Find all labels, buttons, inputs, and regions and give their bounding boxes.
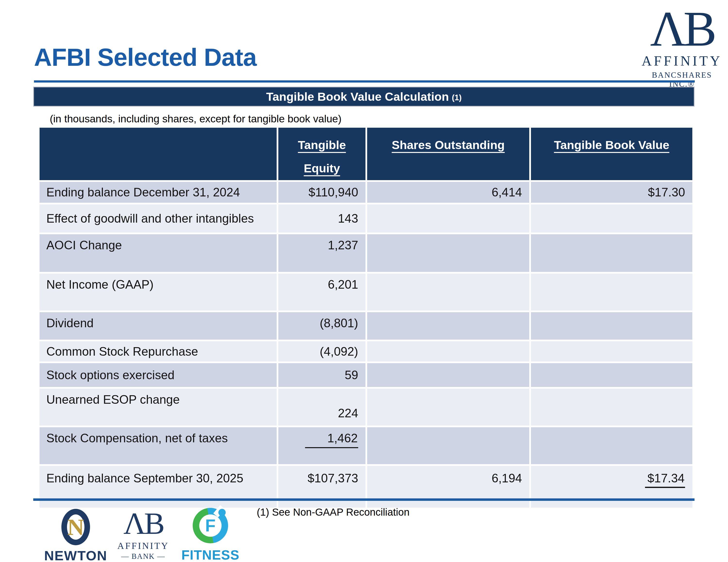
newton-oval-icon: N <box>61 509 90 545</box>
column-header-blank <box>40 128 277 180</box>
ab-monogram-icon: ΛB <box>114 508 172 539</box>
table-header-row: Tangible Equity Shares Outstanding Tangi… <box>40 128 692 180</box>
cell-shares-outstanding: 6,414 <box>367 182 529 203</box>
table-row: Ending balance September 30, 2025 $107,3… <box>40 466 692 508</box>
cell-tangible-equity: 1,237 <box>278 234 365 272</box>
table-row: Net Income (GAAP) 6,201 <box>40 273 692 311</box>
fitness-f-letter: F <box>193 508 228 543</box>
cell-tangible-book-value <box>531 204 692 232</box>
cell-tangible-equity: 1,462 <box>278 427 365 464</box>
row-label: Stock Compensation, net of taxes <box>40 427 277 464</box>
table-row: Common Stock Repurchase (4,092) <box>40 341 692 362</box>
row-label: Common Stock Repurchase <box>40 341 277 362</box>
newton-n-letter: N <box>61 509 90 545</box>
cell-tangible-equity: 59 <box>278 363 365 387</box>
banner-title: Tangible Book Value Calculation <box>266 90 449 103</box>
affinity-bank-logo: ΛB AFFINITY — BANK — <box>114 508 172 561</box>
cell-tangible-book-value <box>531 234 692 272</box>
cell-tangible-equity: $107,373 <box>278 466 365 508</box>
fitness-bank-name: FITNESS <box>180 547 241 562</box>
cell-tangible-book-value <box>531 312 692 340</box>
cell-tangible-equity: (8,801) <box>278 312 365 340</box>
table-row: Ending balance December 31, 2024 $110,94… <box>40 182 692 203</box>
row-label: Net Income (GAAP) <box>40 273 277 311</box>
fitness-bank-logo: F FITNESS BANK <box>180 508 241 562</box>
column-header-tangible-book-value: Tangible Book Value <box>531 128 692 180</box>
cell-tangible-book-value <box>531 427 692 464</box>
cell-shares-outstanding <box>367 389 529 426</box>
units-note: (in thousands, including shares, except … <box>50 113 341 125</box>
cell-shares-outstanding <box>367 204 529 232</box>
cell-tangible-equity: (4,092) <box>278 341 365 362</box>
banner-footnote-ref: (1) <box>452 93 462 102</box>
cell-shares-outstanding <box>367 427 529 464</box>
cell-shares-outstanding: 6,194 <box>367 466 529 508</box>
cell-tangible-equity: 224 <box>278 389 365 426</box>
row-label: Ending balance December 31, 2024 <box>40 182 277 203</box>
brand-subtitle: BANCSHARES INC.® <box>638 71 726 89</box>
cell-tangible-book-value <box>531 273 692 311</box>
fitness-ring-icon: F <box>193 508 228 543</box>
row-label: Unearned ESOP change <box>40 389 277 426</box>
row-label: Stock options exercised <box>40 363 277 387</box>
newton-name: NEWTON <box>39 548 112 562</box>
cell-tangible-book-value <box>531 363 692 387</box>
slide: AFBI Selected Data ΛB AFFINITY BANCSHARE… <box>0 0 728 562</box>
cell-tangible-book-value: $17.34 <box>531 466 692 508</box>
cell-tangible-book-value: $17.30 <box>531 182 692 203</box>
table-row: Stock Compensation, net of taxes 1,462 <box>40 427 692 464</box>
footer-divider-rule <box>33 498 695 501</box>
subtotal-underlined-value: 1,462 <box>305 431 358 448</box>
row-label: Ending balance September 30, 2025 <box>40 466 277 508</box>
page-title: AFBI Selected Data <box>34 43 256 72</box>
cell-shares-outstanding <box>367 273 529 311</box>
brand-name: AFFINITY <box>638 53 726 69</box>
newton-federal-logo: N NEWTON FEDERAL® <box>39 509 112 562</box>
ab-monogram-icon: ΛB <box>638 3 726 54</box>
affinity-bancshares-logo: ΛB AFFINITY BANCSHARES INC.® <box>638 3 726 89</box>
cell-shares-outstanding <box>367 312 529 340</box>
tangible-book-value-table: Tangible Equity Shares Outstanding Tangi… <box>38 126 694 509</box>
cell-shares-outstanding <box>367 363 529 387</box>
cell-tangible-book-value <box>531 341 692 362</box>
total-underlined-value: $17.34 <box>645 471 685 488</box>
table-row: Unearned ESOP change 224 <box>40 389 692 426</box>
table-row: AOCI Change 1,237 <box>40 234 692 272</box>
table-row: Dividend (8,801) <box>40 312 692 340</box>
footnote: (1) See Non-GAAP Reconciliation <box>257 506 410 518</box>
row-label: Effect of goodwill and other intangibles <box>40 204 277 232</box>
cell-tangible-equity: 143 <box>278 204 365 232</box>
table-row: Stock options exercised 59 <box>40 363 692 387</box>
cell-tangible-book-value <box>531 389 692 426</box>
cell-tangible-equity: 6,201 <box>278 273 365 311</box>
cell-shares-outstanding <box>367 341 529 362</box>
affinity-bank-name: AFFINITY <box>114 540 172 551</box>
title-divider-rule <box>34 80 695 82</box>
column-header-shares-outstanding: Shares Outstanding <box>367 128 529 180</box>
table-row: Effect of goodwill and other intangibles… <box>40 204 692 232</box>
column-header-tangible-equity: Tangible Equity <box>278 128 365 180</box>
section-banner: Tangible Book Value Calculation (1) <box>33 87 695 107</box>
row-label: Dividend <box>40 312 277 340</box>
cell-tangible-equity: $110,940 <box>278 182 365 203</box>
row-label: AOCI Change <box>40 234 277 272</box>
affinity-bank-subtitle: — BANK — <box>114 552 172 561</box>
cell-shares-outstanding <box>367 234 529 272</box>
